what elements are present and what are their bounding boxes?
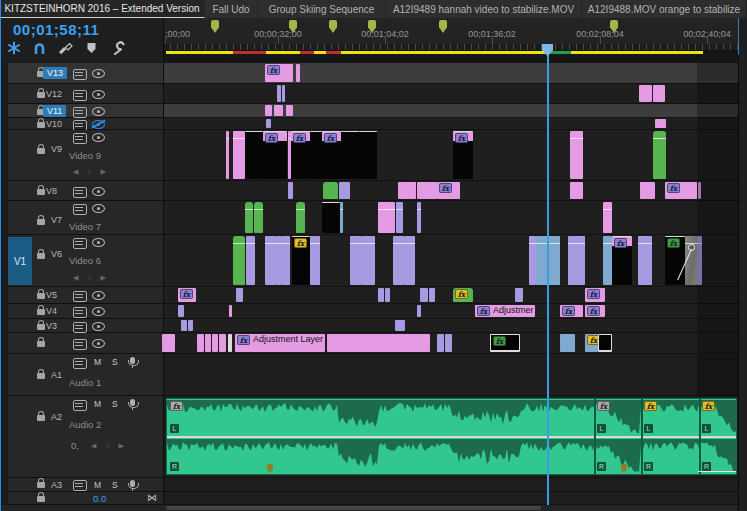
track-lane-v13[interactable]	[163, 63, 739, 84]
fx-badge[interactable]: fx	[324, 133, 337, 143]
sync-lock-icon[interactable]	[73, 358, 87, 369]
clip[interactable]	[246, 236, 255, 285]
linked-selection-icon[interactable]	[58, 41, 73, 56]
track-lane-a3[interactable]	[163, 478, 739, 492]
track-lane-v4[interactable]	[163, 304, 739, 319]
sync-lock-icon[interactable]	[73, 107, 87, 118]
clip[interactable]	[266, 119, 271, 128]
toggle-track-output-eye-icon[interactable]	[92, 69, 105, 78]
clip[interactable]: fx	[453, 288, 473, 302]
fx-badge[interactable]: fx	[455, 133, 468, 143]
clip[interactable]	[286, 105, 293, 116]
clip[interactable]: fxAdjustmen	[475, 305, 535, 317]
clip[interactable]	[359, 131, 377, 179]
track-label[interactable]: V9	[51, 144, 62, 154]
clip[interactable]	[219, 334, 226, 352]
fx-badge[interactable]: fx	[267, 65, 280, 75]
toggle-track-output-eye-icon[interactable]	[92, 238, 105, 247]
sync-lock-icon[interactable]	[73, 291, 87, 302]
clip[interactable]: fx	[585, 334, 598, 352]
clip[interactable]	[396, 202, 403, 233]
clip[interactable]: fx	[665, 182, 697, 199]
toggle-track-output-eye-icon[interactable]	[92, 107, 105, 116]
clip[interactable]: fx	[178, 288, 196, 302]
fx-badge[interactable]: fx	[180, 289, 193, 299]
track-lock-icon[interactable]	[37, 324, 45, 330]
clip[interactable]	[398, 182, 416, 199]
clip[interactable]	[638, 236, 652, 285]
clip[interactable]	[296, 64, 300, 82]
sync-lock-icon[interactable]	[73, 400, 87, 411]
fx-badge[interactable]: fx	[667, 238, 680, 248]
clip[interactable]	[233, 236, 245, 285]
sequence-marker[interactable]	[329, 20, 337, 33]
clip[interactable]	[178, 305, 184, 317]
clip[interactable]	[395, 320, 405, 331]
sequence-marker[interactable]	[439, 20, 447, 33]
track-lock-icon[interactable]	[37, 309, 45, 315]
add-marker-icon[interactable]	[84, 41, 99, 56]
clip[interactable]: fx	[291, 131, 310, 179]
clip[interactable]	[598, 334, 612, 352]
clip[interactable]	[226, 131, 229, 179]
voiceover-record-mic-icon[interactable]	[130, 357, 135, 364]
clip[interactable]	[417, 202, 421, 233]
solo-button[interactable]: S	[112, 399, 118, 409]
voiceover-record-mic-icon[interactable]	[130, 480, 135, 487]
panel-tab[interactable]: Fall Udo	[205, 0, 258, 18]
sync-lock-icon[interactable]	[73, 204, 87, 215]
clip[interactable]	[197, 334, 204, 352]
solo-button[interactable]: S	[112, 480, 118, 490]
track-lock-icon[interactable]	[37, 92, 45, 98]
toggle-track-output-eye-icon[interactable]	[92, 307, 105, 316]
track-target-label[interactable]: V11	[43, 105, 66, 117]
clip[interactable]: fx	[490, 334, 520, 352]
keyframe-nav-arrows[interactable]: ◀○▶	[73, 168, 115, 176]
clip[interactable]	[393, 236, 405, 285]
clip[interactable]	[322, 202, 340, 233]
fx-badge[interactable]: fx	[477, 306, 490, 316]
clip[interactable]	[437, 334, 444, 352]
sync-lock-icon[interactable]	[73, 187, 87, 198]
clip[interactable]	[350, 236, 362, 285]
clip[interactable]	[405, 236, 415, 285]
clip[interactable]	[282, 85, 285, 102]
mute-button[interactable]: M	[94, 480, 101, 490]
clip[interactable]: fx	[585, 288, 605, 302]
track-lane-v5[interactable]	[163, 287, 739, 304]
sync-lock-icon[interactable]	[73, 69, 87, 80]
clip[interactable]	[205, 334, 211, 352]
playhead-timecode[interactable]: 00;01;58;11	[13, 21, 99, 38]
sync-lock-icon[interactable]	[73, 90, 87, 101]
track-lock-icon[interactable]	[37, 482, 45, 488]
fx-badge[interactable]: fx	[614, 238, 627, 248]
clip[interactable]	[560, 334, 575, 352]
track-gain-value[interactable]: 0,	[71, 440, 79, 451]
clip[interactable]	[429, 288, 435, 302]
master-meter-icon[interactable]: ⋈	[147, 492, 157, 503]
clip[interactable]	[639, 85, 652, 102]
master-gain-value[interactable]: 0.0	[93, 493, 106, 504]
track-label[interactable]: A1	[51, 370, 62, 380]
clip[interactable]	[378, 288, 384, 302]
clip[interactable]	[229, 305, 232, 317]
track-name[interactable]: Video 9	[69, 150, 101, 161]
nest-toggle-icon[interactable]	[6, 41, 21, 56]
clip[interactable]: fxAdjustment Layer	[235, 334, 325, 352]
clip[interactable]	[296, 202, 305, 233]
solo-button[interactable]: S	[112, 357, 118, 367]
track-label[interactable]: V3	[46, 321, 57, 331]
fx-badge[interactable]: fx	[237, 335, 250, 345]
clip[interactable]	[181, 320, 187, 331]
track-lock-icon[interactable]	[37, 496, 45, 502]
clip[interactable]	[362, 236, 375, 285]
sync-lock-icon[interactable]	[73, 238, 87, 249]
clip[interactable]	[445, 334, 452, 352]
sync-lock-icon[interactable]	[73, 322, 87, 333]
track-lock-icon[interactable]	[37, 415, 45, 421]
clip[interactable]	[233, 131, 245, 179]
sync-lock-icon[interactable]	[73, 480, 87, 491]
clip[interactable]	[529, 236, 536, 285]
clip-edit-point[interactable]	[594, 399, 596, 474]
fx-badge[interactable]: fx	[597, 401, 610, 411]
